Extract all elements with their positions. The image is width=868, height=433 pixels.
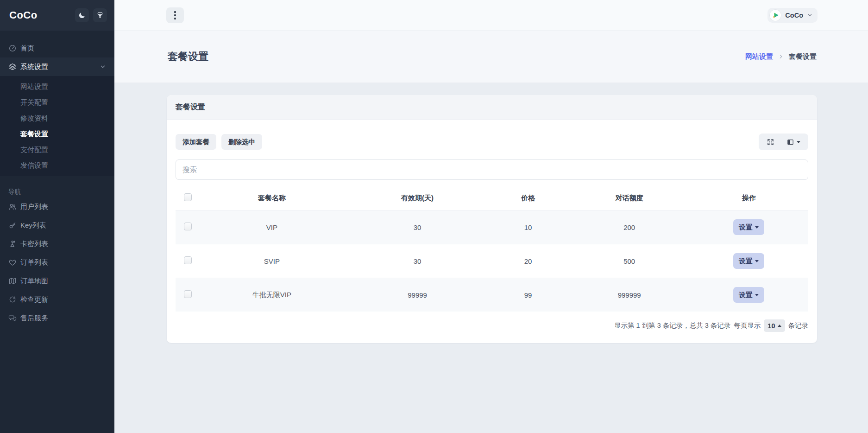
- sidebar-subitem-payment-config[interactable]: 支付配置: [0, 142, 114, 158]
- dashboard-icon: [8, 44, 17, 52]
- cell-quota: 200: [569, 210, 690, 244]
- column-header-name: 套餐名称: [196, 186, 348, 210]
- subitem-label: 支付配置: [20, 146, 48, 154]
- sidebar-subitem-edit-profile[interactable]: 修改资料: [0, 110, 114, 126]
- breadcrumb-parent-link[interactable]: 网站设置: [745, 52, 773, 61]
- table-toolbar: 添加套餐 删除选中: [176, 134, 808, 150]
- fullscreen-button[interactable]: [761, 134, 780, 150]
- sidebar-subitem-switch-config[interactable]: 开关配置: [0, 95, 114, 110]
- row-settings-button[interactable]: 设置: [733, 253, 764, 269]
- page-content: 套餐设置 添加套餐 删除选中: [114, 83, 868, 433]
- card-title: 套餐设置: [176, 102, 205, 112]
- cell-package-name: 牛批无限VIP: [196, 278, 348, 312]
- card-key-icon: [8, 240, 17, 248]
- row-settings-button[interactable]: 设置: [733, 287, 764, 303]
- brush-icon: [96, 12, 104, 19]
- sidebar-item-key-list[interactable]: Key列表: [0, 216, 114, 235]
- cell-package-name: VIP: [196, 210, 348, 244]
- sidebar-item-user-list[interactable]: 用户列表: [0, 197, 114, 216]
- row-settings-button[interactable]: 设置: [733, 219, 764, 235]
- add-package-button[interactable]: 添加套餐: [176, 134, 216, 150]
- breadcrumb-current: 套餐设置: [789, 52, 817, 61]
- subitem-label: 发信设置: [20, 161, 48, 170]
- column-header-price: 价格: [487, 186, 569, 210]
- pagination-summary: 显示第 1 到第 3 条记录，总共 3 条记录: [614, 321, 730, 330]
- sidebar-item-check-update[interactable]: 检查更新: [0, 290, 114, 309]
- package-settings-card: 套餐设置 添加套餐 删除选中: [167, 95, 817, 343]
- map-icon: [8, 277, 17, 285]
- caret-down-icon: [755, 260, 759, 262]
- chevron-down-icon: [100, 64, 106, 70]
- app-screen: CoCo 首页: [0, 0, 868, 433]
- settings-button-label: 设置: [739, 257, 752, 266]
- delete-selected-button[interactable]: 删除选中: [221, 134, 262, 150]
- refresh-icon: [8, 295, 17, 304]
- sidebar-item-label: 系统设置: [20, 63, 48, 71]
- sidebar: CoCo 首页: [0, 0, 114, 433]
- table-row: SVIP 30 20 500 设置: [176, 244, 808, 278]
- caret-down-icon: [797, 141, 800, 143]
- theme-button[interactable]: [93, 8, 107, 22]
- per-page-prefix: 每页显示: [734, 321, 761, 330]
- chat-icon: [8, 314, 17, 322]
- user-menu-button[interactable]: CoCo: [767, 8, 818, 23]
- sidebar-item-order-list[interactable]: 订单列表: [0, 253, 114, 272]
- caret-down-icon: [755, 294, 759, 296]
- cell-quota: 999999: [569, 278, 690, 312]
- cell-days: 30: [348, 244, 487, 278]
- subitem-label: 开关配置: [20, 98, 48, 107]
- fullscreen-icon: [767, 138, 774, 146]
- subitem-label: 网站设置: [20, 83, 48, 91]
- cell-price: 99: [487, 278, 569, 312]
- topbar: CoCo: [114, 0, 868, 31]
- select-all-checkbox[interactable]: [184, 193, 192, 201]
- search-input[interactable]: [176, 159, 808, 180]
- row-checkbox[interactable]: [184, 223, 192, 230]
- columns-icon: [786, 138, 794, 146]
- sidebar-toggle-button[interactable]: [166, 7, 184, 23]
- sidebar-item-label: 订单地图: [20, 277, 48, 286]
- cell-quota: 500: [569, 244, 690, 278]
- page-title: 套餐设置: [168, 50, 208, 64]
- sidebar-item-system-settings[interactable]: 系统设置: [0, 57, 114, 76]
- users-icon: [8, 203, 17, 211]
- per-page-suffix: 条记录: [788, 321, 809, 330]
- user-name: CoCo: [785, 12, 803, 19]
- sidebar-item-label: 用户列表: [20, 203, 48, 211]
- sidebar-subitem-mail-settings[interactable]: 发信设置: [0, 158, 114, 173]
- sidebar-item-label: 检查更新: [20, 295, 48, 304]
- row-checkbox[interactable]: [184, 290, 192, 298]
- sidebar-item-order-map[interactable]: 订单地图: [0, 272, 114, 290]
- subitem-label: 套餐设置: [20, 130, 48, 139]
- row-checkbox[interactable]: [184, 256, 192, 264]
- subitem-label: 修改资料: [20, 114, 48, 123]
- packages-table: 套餐名称 有效期(天) 价格 对话额度 操作 VIP 30: [176, 186, 808, 312]
- chevron-right-icon: [778, 53, 784, 60]
- key-icon: [8, 221, 17, 229]
- sidebar-item-home[interactable]: 首页: [0, 39, 114, 57]
- per-page-select[interactable]: 10: [764, 319, 785, 332]
- settings-button-label: 设置: [739, 223, 752, 232]
- column-header-actions: 操作: [689, 186, 808, 210]
- sidebar-subitem-package-settings[interactable]: 套餐设置: [0, 126, 114, 142]
- columns-toggle-button[interactable]: [780, 134, 806, 150]
- per-page-value: 10: [767, 322, 775, 330]
- cell-days: 30: [348, 210, 487, 244]
- caret-up-icon: [778, 325, 781, 327]
- heart-icon: [8, 258, 17, 267]
- sidebar-item-card-key-list[interactable]: 卡密列表: [0, 235, 114, 253]
- sidebar-item-label: Key列表: [20, 221, 46, 230]
- table-row: VIP 30 10 200 设置: [176, 210, 808, 244]
- sidebar-item-after-sales[interactable]: 售后服务: [0, 309, 114, 327]
- dark-mode-button[interactable]: [75, 8, 89, 22]
- table-tools: [759, 134, 808, 150]
- cell-price: 10: [487, 210, 569, 244]
- table-row: 牛批无限VIP 99999 99 999999 设置: [176, 278, 808, 312]
- cell-package-name: SVIP: [196, 244, 348, 278]
- breadcrumb: 网站设置 套餐设置: [745, 52, 817, 61]
- sidebar-item-label: 首页: [20, 44, 34, 53]
- cell-days: 99999: [348, 278, 487, 312]
- page-head: 套餐设置 网站设置 套餐设置: [114, 31, 868, 83]
- sidebar-subitem-site-settings[interactable]: 网站设置: [0, 79, 114, 95]
- vertical-dots-icon: [174, 11, 176, 19]
